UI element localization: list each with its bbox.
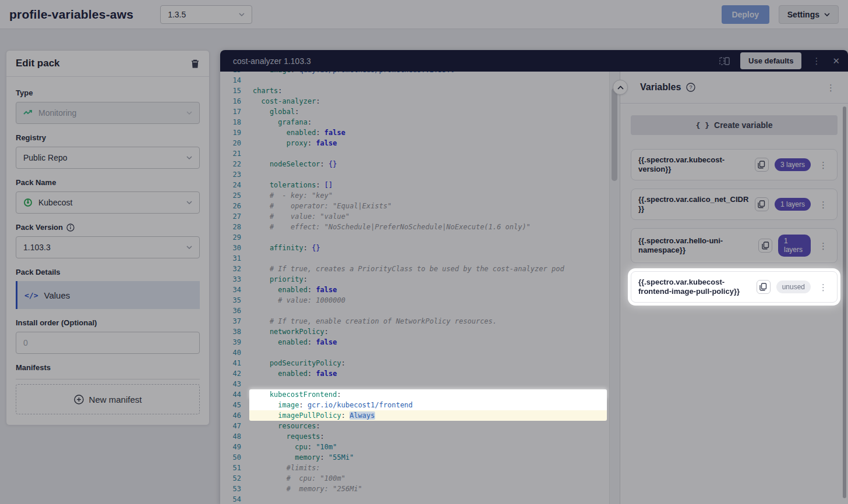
pack-details-values-tab[interactable]: </> Values	[16, 281, 200, 309]
code-line[interactable]: 40	[220, 347, 620, 358]
editor-scrollbar-thumb[interactable]	[612, 88, 617, 181]
code-text[interactable]	[249, 306, 607, 316]
code-text[interactable]: requests:	[249, 431, 607, 442]
code-text[interactable]: image: gcr.io/kubecost1/frontend	[249, 400, 607, 410]
code-line[interactable]: 18 grafana:	[220, 117, 620, 127]
code-text[interactable]: grafana:	[249, 117, 607, 127]
editor-scrollbar[interactable]	[609, 72, 620, 504]
deploy-button[interactable]: Deploy	[722, 5, 769, 24]
code-line[interactable]: 29	[220, 232, 620, 243]
code-text[interactable]	[249, 494, 607, 504]
code-text[interactable]: resources:	[249, 421, 607, 431]
code-line[interactable]: 27 # value: "value"	[220, 211, 620, 222]
editor-kebab-menu-icon[interactable]: ⋮	[810, 55, 823, 66]
yaml-editor[interactable]: 13 image: quay.io/prometheus/prometheus:…	[220, 72, 620, 504]
code-text[interactable]	[249, 169, 607, 180]
code-text[interactable]: cost-analyzer:	[249, 96, 607, 107]
code-line[interactable]: 53 # memory: "256Mi"	[220, 484, 620, 494]
code-line[interactable]: 26 # operator: "Equal|Exists"	[220, 201, 620, 211]
code-line[interactable]: 20 proxy: false	[220, 138, 620, 148]
code-text[interactable]: # value: "value"	[249, 211, 607, 222]
code-line[interactable]: 14	[220, 75, 620, 86]
code-line[interactable]: 23	[220, 169, 620, 180]
code-line[interactable]: 34 enabled: false	[220, 285, 620, 295]
code-text[interactable]: enabled: false	[249, 285, 607, 295]
new-manifest-button[interactable]: New manifest	[16, 384, 200, 414]
code-line[interactable]: 21	[220, 148, 620, 159]
close-icon[interactable]: ✕	[832, 56, 840, 66]
code-line[interactable]: 24 tolerations: []	[220, 180, 620, 190]
code-text[interactable]	[249, 75, 607, 86]
variable-kebab-menu-icon[interactable]: ⋮	[817, 159, 830, 171]
code-text[interactable]: # If true, enable creation of NetworkPol…	[249, 316, 607, 326]
copy-icon[interactable]	[757, 280, 771, 294]
code-line[interactable]: 37 # If true, enable creation of Network…	[220, 316, 620, 326]
copy-icon[interactable]	[755, 158, 769, 172]
code-line[interactable]: 48 requests:	[220, 431, 620, 442]
code-text[interactable]: enabled: false	[249, 127, 607, 138]
variables-scrollbar[interactable]	[843, 107, 846, 498]
code-text[interactable]: memory: "55Mi"	[249, 452, 607, 463]
code-line[interactable]: 41 podSecurityPolicy:	[220, 358, 620, 368]
code-line[interactable]: 25 # - key: "key"	[220, 190, 620, 201]
code-line[interactable]: 31	[220, 253, 620, 264]
install-order-input[interactable]	[16, 332, 200, 354]
code-text[interactable]	[249, 347, 607, 358]
code-line[interactable]: 19 enabled: false	[220, 127, 620, 138]
code-text[interactable]: # cpu: "100m"	[249, 473, 607, 484]
code-line[interactable]: 39 enabled: false	[220, 337, 620, 347]
code-text[interactable]: #limits:	[249, 463, 607, 473]
variables-kebab-menu-icon[interactable]: ⋮	[824, 82, 838, 93]
collapse-panel-button[interactable]	[613, 80, 628, 95]
code-line[interactable]: 32 # If true, creates a PriorityClass to…	[220, 264, 620, 274]
code-text[interactable]: # value: 1000000	[249, 295, 607, 306]
code-text[interactable]	[249, 148, 607, 159]
code-line[interactable]: 38 networkPolicy:	[220, 326, 620, 337]
variable-kebab-menu-icon[interactable]: ⋮	[817, 240, 830, 251]
code-line[interactable]: 16 cost-analyzer:	[220, 96, 620, 107]
code-line[interactable]: 35 # value: 1000000	[220, 295, 620, 306]
code-text[interactable]: # If true, creates a PriorityClass to be…	[249, 264, 607, 274]
code-text[interactable]: enabled: false	[249, 337, 607, 347]
profile-version-select[interactable]: 1.3.5	[160, 5, 252, 24]
code-line[interactable]: 22 nodeSelector: {}	[220, 159, 620, 169]
code-text[interactable]: cpu: "10m"	[249, 442, 607, 452]
code-line[interactable]: 28 # effect: "NoSchedule|PreferNoSchedul…	[220, 222, 620, 232]
code-text[interactable]: enabled: false	[249, 368, 607, 379]
code-text[interactable]	[249, 232, 607, 243]
use-defaults-button[interactable]: Use defaults	[740, 52, 801, 69]
variable-kebab-menu-icon[interactable]: ⋮	[817, 199, 830, 210]
registry-select[interactable]: Public Repo	[16, 147, 200, 169]
code-text[interactable]: # operator: "Equal|Exists"	[249, 201, 607, 211]
code-text[interactable]: tolerations: []	[249, 180, 607, 190]
copy-icon[interactable]	[758, 239, 772, 253]
code-text[interactable]: nodeSelector: {}	[249, 159, 607, 169]
code-text[interactable]: priority:	[249, 274, 607, 285]
code-text[interactable]: proxy: false	[249, 138, 607, 148]
code-line[interactable]: 30 affinity: {}	[220, 243, 620, 253]
pack-name-select[interactable]: Kubecost	[16, 191, 200, 214]
code-text[interactable]: affinity: {}	[249, 243, 607, 253]
diff-view-icon[interactable]	[719, 56, 730, 66]
code-line[interactable]: 42 enabled: false	[220, 368, 620, 379]
code-line[interactable]: 50 memory: "55Mi"	[220, 452, 620, 463]
info-icon[interactable]	[66, 223, 75, 232]
code-line[interactable]: 47 resources:	[220, 421, 620, 431]
code-line[interactable]: 51 #limits:	[220, 463, 620, 473]
code-line[interactable]: 15charts:	[220, 86, 620, 96]
code-line[interactable]: 52 # cpu: "100m"	[220, 473, 620, 484]
code-line[interactable]: 36	[220, 306, 620, 316]
trash-icon[interactable]	[190, 59, 200, 69]
code-text[interactable]: global:	[249, 107, 607, 117]
code-line[interactable]: 49 cpu: "10m"	[220, 442, 620, 452]
variable-kebab-menu-icon[interactable]: ⋮	[817, 282, 830, 293]
pack-version-select[interactable]: 1.103.3	[16, 236, 200, 258]
settings-button[interactable]: Settings	[779, 5, 839, 24]
create-variable-button[interactable]: { } Create variable	[631, 115, 838, 135]
code-text[interactable]: kubecostFrontend:	[249, 389, 607, 400]
code-text[interactable]: networkPolicy:	[249, 326, 607, 337]
code-line[interactable]: 44 kubecostFrontend:	[220, 389, 620, 400]
code-text[interactable]: # - key: "key"	[249, 190, 607, 201]
code-text[interactable]: imagePullPolicy: Always	[249, 410, 607, 421]
code-text[interactable]: # memory: "256Mi"	[249, 484, 607, 494]
